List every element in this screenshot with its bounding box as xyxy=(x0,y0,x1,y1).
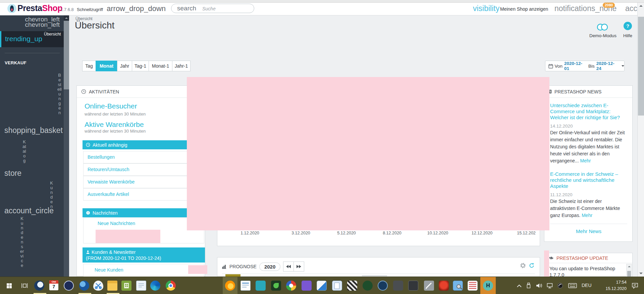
help-label[interactable]: Hilfe xyxy=(623,33,632,38)
more-news-link[interactable]: Mehr News xyxy=(550,224,627,238)
snipping-tool-icon[interactable] xyxy=(93,281,103,291)
taskbar-clock[interactable]: 17:54 15.12.2020 xyxy=(594,279,627,292)
alert-icon xyxy=(86,211,90,215)
sidebar-item-bestellungen-label[interactable]: Bestellungen xyxy=(57,73,62,115)
tab-jahr[interactable]: Jahr xyxy=(117,61,132,71)
page-title: Übersicht xyxy=(75,20,114,31)
gear-icon[interactable] xyxy=(520,263,526,268)
scroll-up-arrow-icon[interactable] xyxy=(64,15,69,21)
palette-app-icon[interactable] xyxy=(286,281,296,291)
sidebar-item-katalog-label[interactable]: Katalog xyxy=(22,140,26,163)
triangle-app-icon[interactable] xyxy=(317,281,327,291)
list-item-neue-kunden[interactable]: Neue Kunden xyxy=(83,264,204,277)
list-item-retouren[interactable]: Retouren/Umtausch xyxy=(83,163,204,176)
language-indicator[interactable]: DEU xyxy=(582,283,592,288)
dark-green-app-icon[interactable] xyxy=(363,281,373,291)
previous-year-button[interactable] xyxy=(283,262,294,272)
tab-monat-1[interactable]: Monat-1 xyxy=(149,61,172,71)
broken-image-placeholder xyxy=(544,250,549,277)
account-circle-icon[interactable]: account_circle xyxy=(4,206,54,215)
edge-browser-icon[interactable] xyxy=(150,281,160,291)
news-article-link[interactable]: Unterschiede zwischen E-Commerce und Mar… xyxy=(550,102,627,121)
violet-app-icon[interactable] xyxy=(302,281,312,291)
file-explorer-icon[interactable] xyxy=(107,281,117,291)
news-more-link[interactable]: Mehr xyxy=(582,213,592,218)
demo-mode-toggle-icon[interactable] xyxy=(596,23,610,31)
list-item-ausverkaufte-artikel[interactable]: Ausverkaufte Artikel xyxy=(83,188,204,201)
chevron-left-icon[interactable]: chevron_left xyxy=(25,22,60,27)
account-icon[interactable]: acc xyxy=(625,4,637,13)
start-button[interactable] xyxy=(3,280,15,291)
search-box[interactable]: search Suche xyxy=(171,4,254,13)
shopping-basket-icon[interactable]: shopping_basket xyxy=(4,126,63,135)
h-app-icon[interactable]: H xyxy=(483,281,493,291)
leaf-app-icon[interactable] xyxy=(271,281,281,291)
checker-app-icon[interactable] xyxy=(347,281,357,291)
pen-tablet-app-icon[interactable] xyxy=(424,281,434,291)
refresh-icon[interactable] xyxy=(529,263,534,268)
scrollbar-thumb[interactable] xyxy=(64,21,69,89)
dark-app-icon[interactable] xyxy=(408,281,418,291)
view-shop-link[interactable]: Meinen Shop anzeigen xyxy=(500,6,548,12)
active-carts-link[interactable]: Aktive Warenkörbe xyxy=(85,121,144,129)
broken-image-placeholder xyxy=(96,230,160,243)
online-visitors-link[interactable]: Online-Besucher xyxy=(85,102,137,110)
next-year-button[interactable] xyxy=(293,262,304,272)
notepad-app-icon[interactable] xyxy=(136,281,146,291)
tab-tag[interactable]: Tag xyxy=(82,61,96,71)
chrome-browser-icon[interactable] xyxy=(166,281,176,291)
sidebar-item-kundenservice-label[interactable]: Kundenservice xyxy=(20,216,24,268)
audio-device-tray-icon[interactable] xyxy=(555,280,565,291)
visibility-icon[interactable]: visibility xyxy=(473,4,499,13)
news-more-link[interactable]: Mehr xyxy=(580,158,591,163)
firefox-browser-icon[interactable] xyxy=(225,281,235,291)
green-app-icon[interactable] xyxy=(121,281,131,291)
help-icon[interactable]: ? xyxy=(624,22,632,30)
volume-tray-icon[interactable] xyxy=(535,280,544,291)
calendar-app-icon[interactable]: Okt 7 xyxy=(49,280,58,290)
task-view-icon[interactable] xyxy=(19,280,30,291)
llama-app-icon[interactable] xyxy=(34,281,44,291)
news-panel: PRESTASHOP NEWS Unterschiede zwischen E-… xyxy=(544,85,633,242)
action-center-icon[interactable] xyxy=(630,280,640,291)
tray-expand-chevron-icon[interactable] xyxy=(515,280,523,291)
scroll-up-arrow-icon[interactable] xyxy=(639,5,643,7)
arrow-drop-down-icon[interactable]: arrow_drop_down xyxy=(107,4,166,13)
tab-jahr-1[interactable]: Jahr-1 xyxy=(172,61,191,71)
usb-tray-icon[interactable] xyxy=(525,280,533,291)
trending-up-icon: trending_up xyxy=(5,35,42,43)
pages-app-icon[interactable] xyxy=(332,281,342,291)
sidebar-item-kunden-label[interactable]: Kunden xyxy=(49,181,54,209)
date-range-button[interactable]: Von 2020-12-01 Bis 2020-12-24 xyxy=(545,61,625,71)
charmap-app-icon[interactable] xyxy=(468,281,478,291)
mail-app-icon[interactable] xyxy=(79,281,89,291)
sidebar-divider xyxy=(5,53,60,53)
clock-app-icon[interactable] xyxy=(64,281,74,291)
scroll-down-arrow-icon[interactable] xyxy=(639,273,643,274)
store-icon[interactable]: store xyxy=(4,169,21,178)
tab-tag-1[interactable]: Tag-1 xyxy=(132,61,149,71)
demo-mode-label[interactable]: Demo-Modus xyxy=(589,33,616,38)
sidebar-scrollbar[interactable] xyxy=(64,15,69,277)
magnifier-app-icon[interactable] xyxy=(453,281,463,291)
scrollbar-thumb[interactable] xyxy=(638,17,644,116)
network-tray-icon[interactable] xyxy=(545,280,555,291)
scroll-up-arrow-icon[interactable] xyxy=(628,266,631,267)
keyboard-tray-icon[interactable] xyxy=(567,280,578,291)
update-text-line1: You can update to PrestaShop xyxy=(549,266,622,272)
news-article-link[interactable]: E-Commerce in der Schweiz – rechtliche u… xyxy=(550,171,627,189)
page-scrollbar[interactable] xyxy=(637,3,644,277)
sidebar-item-uebersicht[interactable]: trending_up Übersicht xyxy=(0,31,64,47)
red-app-icon[interactable] xyxy=(439,281,449,291)
sidebar-collapse-control[interactable]: chevron_left chevron_left xyxy=(25,17,60,27)
teal-app-icon[interactable] xyxy=(256,281,266,291)
navy-app-icon[interactable] xyxy=(378,281,388,291)
windows-taskbar: Okt 7 xyxy=(0,277,644,294)
doc-app-icon[interactable] xyxy=(240,281,251,291)
quick-access-menu[interactable]: Schnellzugriff xyxy=(77,7,103,12)
prestashop-logo[interactable]: PrestaShop xyxy=(17,3,62,13)
list-item-verwaiste-warenkoerbe[interactable]: Verwaiste Warenkörbe xyxy=(83,176,204,188)
list-item-bestellungen[interactable]: Bestellungen xyxy=(83,151,204,163)
gray-app-icon[interactable] xyxy=(393,281,403,291)
tab-monat[interactable]: Monat xyxy=(96,61,117,71)
